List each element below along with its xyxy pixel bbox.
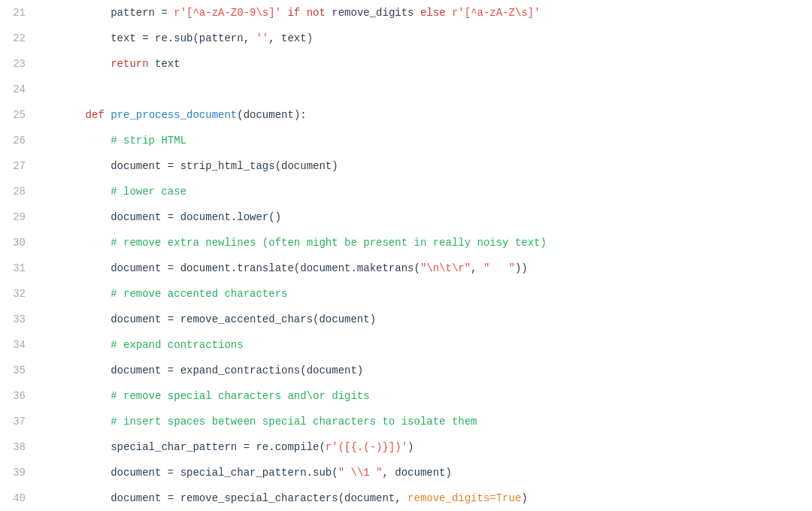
code-line: text = re.sub(pattern, '', text) [60, 26, 812, 51]
token-normal: , document) [382, 460, 451, 485]
token-normal: document = remove_accented_chars(documen… [60, 307, 376, 332]
line-number: 27 [8, 153, 38, 179]
token-normal [60, 51, 111, 77]
token-comment: # remove extra newlines (often might be … [60, 230, 547, 256]
code-line: # insert spaces between special characte… [60, 409, 812, 434]
token-keyword-if: if not [287, 0, 325, 26]
token-normal: )) [515, 256, 528, 281]
token-normal: document = strip_html_tags(document) [60, 153, 338, 179]
token-comment: # lower case [60, 179, 186, 204]
code-line: document = remove_accented_chars(documen… [60, 307, 812, 332]
line-number: 38 [8, 434, 38, 460]
token-comment: # expand contractions [60, 332, 244, 358]
code-line: # strip HTML [60, 128, 812, 153]
line-number: 22 [8, 26, 38, 51]
token-normal: ) [521, 485, 527, 511]
token-string: r'[^a-zA-Z0-9\s]' [174, 0, 281, 26]
token-normal [446, 0, 452, 26]
code-line: # lower case [60, 179, 812, 204]
token-normal: , text) [268, 26, 313, 51]
token-string: r'([{.(-)}])' [326, 434, 408, 460]
token-normal: pattern = [60, 0, 174, 26]
line-number: 37 [8, 409, 38, 434]
token-normal: remove_digits [326, 0, 420, 26]
token-comment: # insert spaces between special characte… [60, 409, 477, 434]
code-line: return text [60, 51, 812, 77]
code-line: # remove accented characters [60, 281, 812, 307]
line-number: 24 [8, 77, 38, 102]
token-normal: (document): [237, 102, 306, 128]
token-normal: text [149, 51, 180, 77]
token-normal [281, 0, 287, 26]
token-normal: special_char_pattern = re.compile( [60, 434, 326, 460]
line-number: 25 [8, 102, 38, 128]
line-number: 23 [8, 51, 38, 77]
code-line: document = special_char_pattern.sub(" \\… [60, 460, 812, 485]
token-normal: document = expand_contractions(document) [60, 358, 363, 383]
token-keyword-def: def [86, 102, 105, 128]
line-number: 33 [8, 307, 38, 332]
code-line: pattern = r'[^a-zA-Z0-9\s]' if not remov… [60, 0, 812, 26]
code-line: document = document.lower() [60, 204, 812, 230]
token-normal: text = re.sub(pattern, [60, 26, 256, 51]
token-string: "\n\t\r" [420, 256, 471, 281]
code-line: # remove extra newlines (often might be … [60, 230, 812, 256]
line-number: 29 [8, 204, 38, 230]
token-normal: document = special_char_pattern.sub( [60, 460, 338, 485]
code-editor: 2122232425262728293031323334353637383940… [0, 0, 812, 511]
line-number: 31 [8, 256, 38, 281]
token-string: " \\1 " [338, 460, 383, 485]
line-number: 35 [8, 358, 38, 383]
token-normal [60, 102, 86, 128]
line-number: 40 [8, 485, 38, 511]
line-number: 32 [8, 281, 38, 307]
line-number: 21 [8, 0, 38, 26]
code-line: document = document.translate(document.m… [60, 256, 812, 281]
line-number-gutter: 2122232425262728293031323334353637383940 [0, 0, 45, 511]
code-lines: pattern = r'[^a-zA-Z0-9\s]' if not remov… [45, 0, 812, 511]
code-line [60, 77, 812, 102]
token-normal: ) [408, 434, 414, 460]
code-line: # expand contractions [60, 332, 812, 358]
token-funcname: pre_process_document [111, 102, 237, 128]
line-number: 26 [8, 128, 38, 153]
token-string: " " [483, 256, 515, 281]
code-line: def pre_process_document(document): [60, 102, 812, 128]
token-normal: document = document.translate(document.m… [60, 256, 420, 281]
token-normal: document = remove_special_characters(doc… [60, 485, 408, 511]
token-string: r'[^a-zA-Z\s]' [452, 0, 541, 26]
token-string: '' [256, 26, 268, 51]
code-line: # remove special characters and\or digit… [60, 383, 812, 409]
token-normal [105, 102, 111, 128]
token-keyword-else: else [420, 0, 446, 26]
line-number: 39 [8, 460, 38, 485]
token-normal: document = document.lower() [60, 204, 281, 230]
line-number: 28 [8, 179, 38, 204]
code-line: document = expand_contractions(document) [60, 358, 812, 383]
code-line: special_char_pattern = re.compile(r'([{.… [60, 434, 812, 460]
token-comment: # remove accented characters [60, 281, 287, 307]
code-line: document = strip_html_tags(document) [60, 153, 812, 179]
token-comment: # remove special characters and\or digit… [60, 383, 370, 409]
line-number: 34 [8, 332, 38, 358]
code-line: document = remove_special_characters(doc… [60, 485, 812, 511]
line-number: 30 [8, 230, 38, 256]
token-param: remove_digits=True [408, 485, 521, 511]
token-comment: # strip HTML [60, 128, 186, 153]
token-normal: , [471, 256, 483, 281]
line-number: 36 [8, 383, 38, 409]
token-keyword-return: return [111, 51, 148, 77]
